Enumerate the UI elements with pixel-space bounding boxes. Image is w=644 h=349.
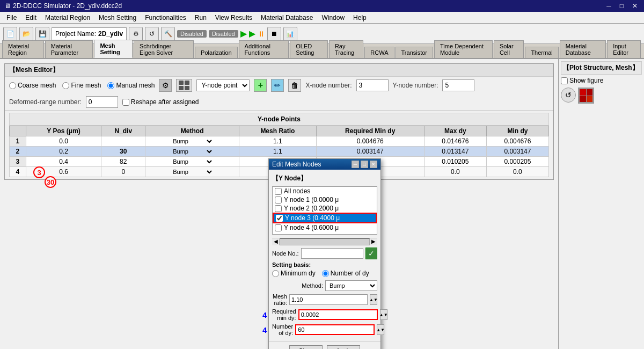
menu-help[interactable]: Help <box>349 13 371 23</box>
play-btn[interactable]: ▶ <box>240 28 247 39</box>
node-no-input[interactable] <box>301 248 363 259</box>
modal-close-btn[interactable]: ✕ <box>370 161 377 168</box>
menu-view-results[interactable]: View Results <box>211 13 257 23</box>
all-nodes-checkbox[interactable] <box>275 188 282 195</box>
delete-node-btn[interactable]: 🗑 <box>288 79 301 92</box>
tab-schrodinger[interactable]: Schrödinger Eigen Solver <box>134 40 194 58</box>
reshape-checkbox[interactable] <box>122 99 129 106</box>
node-4-checkbox[interactable] <box>275 224 282 231</box>
deformed-input[interactable] <box>86 96 118 108</box>
tab-solar-cell[interactable]: Solar Cell <box>494 40 524 58</box>
y-pos-cell[interactable]: 0.4 <box>26 157 101 167</box>
mesh-grid-btn[interactable] <box>176 79 192 92</box>
save-btn[interactable]: 💾 <box>35 27 49 41</box>
node-item-3[interactable]: Y node 3 (0.4000 μ <box>273 213 377 223</box>
menu-run[interactable]: Run <box>191 13 211 23</box>
apply-button[interactable]: Apply <box>327 345 360 349</box>
modal-minimize-btn[interactable]: ─ <box>352 161 359 168</box>
node-item-4[interactable]: Y node 4 (0.6000 μ <box>273 223 377 232</box>
tab-time-dependent[interactable]: Time Dependent Module <box>434 40 493 58</box>
refresh-btn[interactable]: ↺ <box>145 27 159 41</box>
pause-btn[interactable]: ⏸ <box>258 30 265 38</box>
show-figure-checkbox[interactable] <box>561 77 568 84</box>
tab-oled[interactable]: OLED Setting <box>290 40 328 58</box>
refresh-plot-btn[interactable]: ↺ <box>561 88 576 103</box>
coarse-mesh-radio[interactable]: Coarse mesh <box>9 82 56 89</box>
edit-node-btn[interactable]: ✏ <box>271 79 284 92</box>
menu-material-database[interactable]: Material Database <box>257 13 317 23</box>
build-btn[interactable]: 🔨 <box>161 27 175 41</box>
mesh-settings-btn[interactable]: ⚙ <box>159 79 172 92</box>
tab-input-editor[interactable]: Input Editor <box>607 40 641 58</box>
play2-btn[interactable]: ▶ <box>249 28 255 39</box>
n-div-cell[interactable]: 30 <box>101 147 145 157</box>
scroll-right[interactable]: ▶ <box>370 238 377 245</box>
node-all-nodes[interactable]: All nodes <box>273 187 377 195</box>
chart-btn[interactable]: 📊 <box>283 27 297 41</box>
method-cell[interactable]: Bump <box>145 157 239 167</box>
reshape-checkbox-label[interactable]: Reshape after assigned <box>122 98 199 106</box>
close-button[interactable]: Close <box>289 345 323 349</box>
method-dropdown[interactable]: Bump <box>171 158 214 165</box>
y-pos-cell[interactable]: 0.2 <box>26 147 101 157</box>
menu-material-region[interactable]: Material Region <box>41 13 94 23</box>
settings-btn[interactable]: ⚙ <box>129 27 143 41</box>
add-node-btn[interactable]: + <box>254 79 267 92</box>
tab-material-region[interactable]: Material Region <box>2 40 44 58</box>
fine-mesh-radio[interactable]: Fine mesh <box>62 82 101 89</box>
mesh-ratio-input[interactable] <box>289 294 368 305</box>
tab-ray-tracing[interactable]: Ray Tracing <box>329 40 363 58</box>
num-dy-radio[interactable] <box>322 270 329 277</box>
num-dy-radio-label[interactable]: Number of dy <box>322 270 369 277</box>
n-div-cell[interactable]: 82 <box>101 157 145 167</box>
open-btn[interactable]: 📂 <box>19 27 33 41</box>
node-2-checkbox[interactable] <box>275 205 282 212</box>
method-dropdown[interactable]: Bump <box>171 137 214 145</box>
node-go-btn[interactable]: ✓ <box>365 248 377 259</box>
menu-window[interactable]: Window <box>317 13 349 23</box>
method-cell[interactable]: Bump <box>145 167 239 177</box>
node-3-checkbox[interactable] <box>276 215 283 222</box>
menu-mesh-setting[interactable]: Mesh Setting <box>94 13 141 23</box>
grid-view-btn[interactable] <box>578 88 594 104</box>
node-1-checkbox[interactable] <box>275 197 282 203</box>
modal-maximize-btn[interactable]: □ <box>361 161 368 168</box>
min-dy-radio-label[interactable]: Minimum dy <box>272 270 316 277</box>
mesh-ratio-spin[interactable]: ▲▼ <box>370 294 377 305</box>
stop-btn[interactable]: ⏹ <box>267 27 281 41</box>
new-btn[interactable]: 📄 <box>3 27 17 41</box>
minimize-btn[interactable]: ─ <box>604 2 613 10</box>
tab-transistor[interactable]: Transistor <box>396 47 434 58</box>
n-div-cell[interactable] <box>101 136 145 147</box>
method-dropdown[interactable]: Bump <box>171 148 214 155</box>
node-item-2[interactable]: Y node 2 (0.2000 μ <box>273 204 377 213</box>
num-dy-input[interactable] <box>295 324 375 335</box>
min-dy-radio[interactable] <box>272 270 279 277</box>
node-point-dropdown[interactable]: Y-node point X-node point <box>196 79 250 91</box>
tab-rcwa[interactable]: RCWA <box>364 47 394 58</box>
req-min-dy-spin[interactable]: ▲▼ <box>380 309 387 320</box>
tab-mesh-setting[interactable]: Mesh Setting <box>94 40 133 58</box>
req-min-dy-input[interactable] <box>298 309 378 320</box>
scroll-left[interactable]: ◀ <box>272 238 280 245</box>
tab-material-parameter[interactable]: Material Parameter <box>45 40 93 58</box>
table-row[interactable]: 2 0.2 30 Bump 1.1 0.003147 0.013147 0.00… <box>10 147 549 157</box>
y-node-input[interactable] <box>442 79 474 91</box>
num-dy-spin[interactable]: ▲▼ <box>377 324 384 335</box>
method-dropdown[interactable]: Bump <box>171 168 214 176</box>
node-list[interactable]: All nodes Y node 1 (0.0000 μ Y node 2 (0… <box>272 186 377 235</box>
menu-functionalities[interactable]: Functionalities <box>141 13 191 23</box>
table-row[interactable]: 1 0.0 Bump 1.1 0.004676 0.014676 0.00467… <box>10 136 549 147</box>
tab-polarization[interactable]: Polarization <box>195 47 237 58</box>
title-bar-controls[interactable]: ─ □ ✕ <box>604 2 640 10</box>
node-item-1[interactable]: Y node 1 (0.0000 μ <box>273 195 377 204</box>
x-node-input[interactable] <box>356 79 389 91</box>
tab-material-db[interactable]: Material Database <box>560 40 606 58</box>
node-list-scroll[interactable]: ◀ ▶ <box>272 238 377 245</box>
tab-additional[interactable]: Additional Functions <box>239 40 289 58</box>
method-select[interactable]: Bump Linear <box>325 280 377 291</box>
modal-title-btns[interactable]: ─ □ ✕ <box>352 161 377 168</box>
method-cell[interactable]: Bump <box>145 147 239 157</box>
manual-mesh-radio[interactable]: Manual mesh <box>107 82 155 89</box>
close-btn[interactable]: ✕ <box>630 2 640 10</box>
